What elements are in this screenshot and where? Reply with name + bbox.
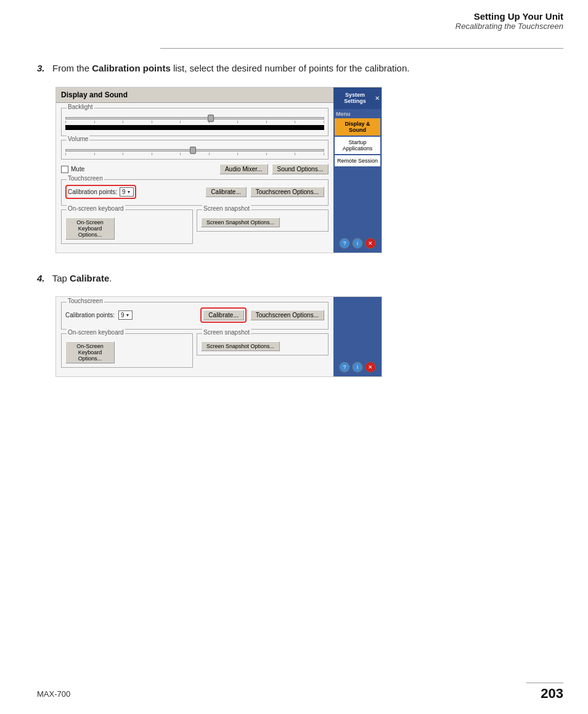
- page-footer: MAX-700 203: [37, 686, 563, 702]
- touchscreen-section-1: Touchscreen Calibration points: 9 ▼: [61, 179, 329, 206]
- header-rule: [160, 48, 563, 49]
- sidebar-close-1[interactable]: ✕: [375, 95, 380, 102]
- osk-section-2: On-screen keyboard On-Screen Keyboard Op…: [61, 333, 193, 368]
- mute-checkbox[interactable]: [61, 166, 68, 173]
- step-4-text-after: .: [109, 273, 112, 283]
- snapshot-section-1: Screen snapshot Screen Snapshot Options.…: [197, 209, 329, 232]
- sidebar-startup-apps-1[interactable]: Startup Applications: [335, 137, 380, 154]
- osk-label-2: On-screen keyboard: [67, 329, 125, 336]
- footer-page: 203: [541, 686, 563, 702]
- touchscreen-section-2: Touchscreen Calibration points: 9 ▼ Cali…: [61, 302, 329, 330]
- footer-model: MAX-700: [37, 689, 70, 699]
- cal-highlight-1: Calibration points: 9 ▼: [65, 185, 136, 199]
- tick: [180, 153, 181, 155]
- sidebar-menu-label-1: Menu: [333, 109, 382, 118]
- cal-row-2: Calibration points: 9 ▼ Calibrate... Tou…: [65, 307, 324, 323]
- step-4-keyword: Calibrate: [70, 273, 109, 283]
- cal-inner-1: Calibration points: 9 ▼: [68, 187, 134, 197]
- tick: [123, 121, 123, 123]
- tick: [152, 121, 152, 123]
- volume-slider-handle[interactable]: [190, 147, 196, 154]
- sidebar-display-sound-1[interactable]: Display & Sound: [335, 118, 380, 136]
- page-header: Setting Up Your Unit Recalibrating the T…: [455, 0, 563, 31]
- footer-rule: [526, 683, 563, 683]
- volume-label: Volume: [67, 136, 89, 142]
- sidebar-title-1: System Settings: [335, 89, 375, 108]
- sidebar-1: System Settings ✕ Menu Display & Sound S…: [333, 87, 382, 253]
- tick: [209, 153, 210, 155]
- tick: [180, 121, 181, 123]
- tick: [152, 153, 152, 155]
- backlight-fill-bar: [65, 125, 324, 130]
- tick: [266, 153, 267, 155]
- snapshot-button-1[interactable]: Screen Snapshot Options...: [201, 217, 280, 227]
- snapshot-col-1: Screen snapshot Screen Snapshot Options.…: [197, 209, 329, 248]
- touchscreen-label-1: Touchscreen: [67, 175, 104, 182]
- backlight-slider-track: [65, 117, 324, 120]
- mute-checkbox-row: Mute: [61, 166, 84, 173]
- osk-button-1[interactable]: On-Screen Keyboard Options...: [65, 217, 115, 240]
- cal-points-label-1: Calibration points:: [68, 189, 117, 195]
- tick: [65, 121, 66, 123]
- cal-points-label-2: Calibration points:: [65, 312, 115, 318]
- cal-arrow-2: ▼: [126, 313, 130, 317]
- step-3-number: 3.: [37, 63, 45, 73]
- sound-options-button[interactable]: Sound Options...: [272, 164, 329, 174]
- tick: [295, 121, 295, 123]
- backlight-label: Backlight: [67, 103, 94, 110]
- tick: [237, 153, 238, 155]
- calibrate-button-1[interactable]: Calibrate...: [205, 187, 246, 197]
- header-subtitle: Recalibrating the Touchscreen: [455, 22, 563, 31]
- screenshot-1: Display and Sound Backlight: [55, 87, 382, 253]
- tick: [266, 121, 267, 123]
- sidebar-info-btn-2[interactable]: i: [352, 362, 363, 373]
- screenshot-2: Touchscreen Calibration points: 9 ▼ Cali…: [55, 296, 382, 377]
- snapshot-col-2: Screen snapshot Screen Snapshot Options.…: [197, 333, 329, 371]
- tick: [94, 121, 95, 123]
- cal-btn-highlight-2: Calibrate...: [200, 307, 246, 323]
- backlight-slider-handle[interactable]: [208, 115, 214, 122]
- touchscreen-options-button-2[interactable]: Touchscreen Options...: [250, 310, 324, 320]
- sidebar-info-btn-1[interactable]: i: [352, 238, 363, 249]
- cal-select-2[interactable]: 9 ▼: [118, 310, 133, 320]
- panel-titlebar-1: Display and Sound: [56, 87, 333, 103]
- sidebar-2: ? i ✕: [333, 297, 382, 376]
- step-3-text: 3. From the Calibration points list, sel…: [37, 62, 563, 76]
- sidebar-footer-1: ? i ✕: [333, 234, 382, 253]
- cal-value-2: 9: [121, 312, 125, 318]
- volume-section: Volume: [61, 140, 329, 160]
- tick: [65, 153, 66, 155]
- header-title: Setting Up Your Unit: [455, 11, 563, 22]
- tick: [324, 121, 324, 123]
- panel-main-2: Touchscreen Calibration points: 9 ▼ Cali…: [56, 297, 333, 376]
- osk-button-2[interactable]: On-Screen Keyboard Options...: [65, 341, 115, 363]
- step-4-text-before: Tap: [52, 273, 70, 283]
- step-4-number: 4.: [37, 273, 45, 283]
- cal-row-1: Calibration points: 9 ▼ Calibrate... Tou…: [65, 185, 324, 199]
- bottom-sections-1: On-screen keyboard On-Screen Keyboard Op…: [61, 209, 329, 248]
- sidebar-remote-session-1[interactable]: Remote Session: [335, 155, 380, 166]
- sidebar-help-btn-1[interactable]: ?: [339, 238, 350, 249]
- audio-buttons: Audio Mixer... Sound Options...: [219, 164, 329, 174]
- snapshot-section-2: Screen snapshot Screen Snapshot Options.…: [197, 333, 329, 355]
- touchscreen-options-button-1[interactable]: Touchscreen Options...: [250, 187, 324, 197]
- osk-section-1: On-screen keyboard On-Screen Keyboard Op…: [61, 209, 193, 244]
- backlight-section: Backlight: [61, 108, 329, 136]
- cal-value-1: 9: [122, 189, 126, 195]
- tick: [123, 153, 123, 155]
- sidebar-close-btn-2[interactable]: ✕: [365, 362, 376, 373]
- sidebar-footer-2: ? i ✕: [333, 312, 382, 376]
- sidebar-help-btn-2[interactable]: ?: [339, 362, 350, 373]
- backlight-ticks: [65, 121, 324, 123]
- step-3-text-before: From the: [52, 63, 92, 73]
- cal-select-1[interactable]: 9 ▼: [120, 187, 134, 197]
- sidebar-header-1: System Settings ✕: [333, 87, 382, 110]
- sidebar-close-btn-1[interactable]: ✕: [365, 238, 376, 249]
- snapshot-button-2[interactable]: Screen Snapshot Options...: [201, 341, 280, 351]
- main-content: 3. From the Calibration points list, sel…: [37, 62, 563, 396]
- tick: [324, 153, 324, 155]
- audio-mixer-button[interactable]: Audio Mixer...: [219, 164, 268, 174]
- panel-main-1: Display and Sound Backlight: [56, 87, 333, 253]
- step-3-keyword: Calibration points: [92, 63, 171, 73]
- calibrate-button-2[interactable]: Calibrate...: [203, 310, 243, 320]
